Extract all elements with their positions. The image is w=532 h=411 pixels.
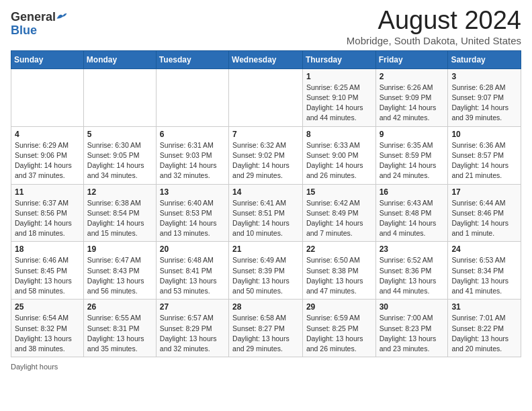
day-number: 15 bbox=[306, 187, 372, 197]
day-number: 28 bbox=[232, 302, 299, 312]
day-number: 21 bbox=[232, 244, 299, 254]
day-info: Sunrise: 6:32 AM Sunset: 9:02 PM Dayligh… bbox=[232, 140, 299, 181]
day-info: Sunrise: 6:49 AM Sunset: 8:39 PM Dayligh… bbox=[232, 255, 299, 296]
day-info: Sunrise: 6:46 AM Sunset: 8:45 PM Dayligh… bbox=[15, 255, 80, 296]
calendar-day-header: Monday bbox=[83, 50, 156, 68]
calendar-week-row: 11Sunrise: 6:37 AM Sunset: 8:56 PM Dayli… bbox=[11, 184, 521, 242]
calendar-cell: 20Sunrise: 6:48 AM Sunset: 8:41 PM Dayli… bbox=[156, 242, 228, 300]
logo-general-text: General bbox=[11, 11, 56, 24]
day-number: 13 bbox=[160, 187, 225, 197]
day-info: Sunrise: 6:30 AM Sunset: 9:05 PM Dayligh… bbox=[87, 140, 152, 181]
calendar-cell: 21Sunrise: 6:49 AM Sunset: 8:39 PM Dayli… bbox=[229, 242, 303, 300]
day-info: Sunrise: 6:54 AM Sunset: 8:32 PM Dayligh… bbox=[15, 313, 80, 354]
day-number: 25 bbox=[15, 302, 80, 312]
day-info: Sunrise: 6:38 AM Sunset: 8:54 PM Dayligh… bbox=[87, 198, 152, 239]
day-info: Sunrise: 6:47 AM Sunset: 8:43 PM Dayligh… bbox=[87, 255, 152, 296]
day-info: Sunrise: 6:41 AM Sunset: 8:51 PM Dayligh… bbox=[232, 198, 299, 239]
day-number: 9 bbox=[380, 130, 445, 139]
day-info: Sunrise: 6:25 AM Sunset: 9:10 PM Dayligh… bbox=[306, 83, 372, 124]
day-number: 18 bbox=[15, 244, 80, 254]
day-info: Sunrise: 6:31 AM Sunset: 9:03 PM Dayligh… bbox=[160, 140, 225, 181]
day-info: Sunrise: 6:44 AM Sunset: 8:46 PM Dayligh… bbox=[451, 198, 517, 239]
calendar-week-row: 18Sunrise: 6:46 AM Sunset: 8:45 PM Dayli… bbox=[11, 242, 521, 300]
calendar-day-header: Thursday bbox=[302, 50, 375, 68]
logo-bird-icon bbox=[56, 11, 68, 21]
day-number: 16 bbox=[380, 187, 445, 197]
day-number: 4 bbox=[15, 130, 80, 139]
day-info: Sunrise: 6:53 AM Sunset: 8:34 PM Dayligh… bbox=[451, 255, 517, 296]
day-number: 2 bbox=[380, 72, 445, 81]
day-number: 17 bbox=[451, 187, 517, 197]
day-number: 12 bbox=[87, 187, 152, 197]
day-number: 20 bbox=[160, 244, 225, 254]
day-info: Sunrise: 6:43 AM Sunset: 8:48 PM Dayligh… bbox=[380, 198, 445, 239]
day-info: Sunrise: 7:00 AM Sunset: 8:23 PM Dayligh… bbox=[380, 313, 445, 354]
calendar-cell: 10Sunrise: 6:36 AM Sunset: 8:57 PM Dayli… bbox=[448, 126, 521, 184]
calendar-cell bbox=[229, 68, 303, 126]
calendar-cell: 24Sunrise: 6:53 AM Sunset: 8:34 PM Dayli… bbox=[448, 242, 521, 300]
title-area: August 2024 Mobridge, South Dakota, Unit… bbox=[347, 7, 521, 46]
day-number: 1 bbox=[306, 72, 372, 81]
calendar-cell: 15Sunrise: 6:42 AM Sunset: 8:49 PM Dayli… bbox=[302, 184, 375, 242]
day-number: 19 bbox=[87, 244, 152, 254]
calendar-cell: 22Sunrise: 6:50 AM Sunset: 8:38 PM Dayli… bbox=[302, 242, 375, 300]
day-number: 6 bbox=[160, 130, 225, 139]
calendar-cell: 6Sunrise: 6:31 AM Sunset: 9:03 PM Daylig… bbox=[156, 126, 228, 184]
calendar-body: 1Sunrise: 6:25 AM Sunset: 9:10 PM Daylig… bbox=[11, 68, 521, 357]
calendar-cell: 13Sunrise: 6:40 AM Sunset: 8:53 PM Dayli… bbox=[156, 184, 228, 242]
day-number: 7 bbox=[232, 130, 299, 139]
calendar-cell: 25Sunrise: 6:54 AM Sunset: 8:32 PM Dayli… bbox=[11, 300, 84, 357]
day-info: Sunrise: 6:59 AM Sunset: 8:25 PM Dayligh… bbox=[306, 313, 372, 354]
calendar-cell: 23Sunrise: 6:52 AM Sunset: 8:36 PM Dayli… bbox=[375, 242, 448, 300]
calendar-week-row: 25Sunrise: 6:54 AM Sunset: 8:32 PM Dayli… bbox=[11, 300, 521, 357]
main-title: August 2024 bbox=[347, 7, 521, 35]
calendar-day-header: Friday bbox=[375, 50, 448, 68]
calendar-cell: 9Sunrise: 6:35 AM Sunset: 8:59 PM Daylig… bbox=[375, 126, 448, 184]
calendar-cell bbox=[156, 68, 228, 126]
day-number: 5 bbox=[87, 130, 152, 139]
day-info: Sunrise: 6:36 AM Sunset: 8:57 PM Dayligh… bbox=[451, 140, 517, 181]
day-number: 11 bbox=[15, 187, 80, 197]
day-info: Sunrise: 6:52 AM Sunset: 8:36 PM Dayligh… bbox=[380, 255, 445, 296]
day-number: 3 bbox=[451, 72, 517, 81]
calendar-day-header: Tuesday bbox=[156, 50, 228, 68]
logo: General Blue bbox=[11, 11, 68, 38]
calendar-cell bbox=[83, 68, 156, 126]
footer: Daylight hours bbox=[11, 363, 521, 371]
calendar-cell: 8Sunrise: 6:33 AM Sunset: 9:00 PM Daylig… bbox=[302, 126, 375, 184]
calendar-week-row: 1Sunrise: 6:25 AM Sunset: 9:10 PM Daylig… bbox=[11, 68, 521, 126]
calendar-cell: 19Sunrise: 6:47 AM Sunset: 8:43 PM Dayli… bbox=[83, 242, 156, 300]
day-number: 8 bbox=[306, 130, 372, 139]
header: General Blue August 2024 Mobridge, South… bbox=[11, 7, 521, 46]
calendar-cell: 28Sunrise: 6:58 AM Sunset: 8:27 PM Dayli… bbox=[229, 300, 303, 357]
day-info: Sunrise: 6:42 AM Sunset: 8:49 PM Dayligh… bbox=[306, 198, 372, 239]
calendar-cell: 7Sunrise: 6:32 AM Sunset: 9:02 PM Daylig… bbox=[229, 126, 303, 184]
calendar-cell: 29Sunrise: 6:59 AM Sunset: 8:25 PM Dayli… bbox=[302, 300, 375, 357]
calendar-cell: 3Sunrise: 6:28 AM Sunset: 9:07 PM Daylig… bbox=[448, 68, 521, 126]
day-info: Sunrise: 6:48 AM Sunset: 8:41 PM Dayligh… bbox=[160, 255, 225, 296]
day-info: Sunrise: 6:35 AM Sunset: 8:59 PM Dayligh… bbox=[380, 140, 445, 181]
calendar-cell bbox=[11, 68, 84, 126]
calendar-day-header: Wednesday bbox=[229, 50, 303, 68]
day-info: Sunrise: 6:37 AM Sunset: 8:56 PM Dayligh… bbox=[15, 198, 80, 239]
day-number: 27 bbox=[160, 302, 225, 312]
day-number: 22 bbox=[306, 244, 372, 254]
calendar-cell: 4Sunrise: 6:29 AM Sunset: 9:06 PM Daylig… bbox=[11, 126, 84, 184]
calendar-cell: 17Sunrise: 6:44 AM Sunset: 8:46 PM Dayli… bbox=[448, 184, 521, 242]
calendar-cell: 1Sunrise: 6:25 AM Sunset: 9:10 PM Daylig… bbox=[302, 68, 375, 126]
calendar-cell: 31Sunrise: 7:01 AM Sunset: 8:22 PM Dayli… bbox=[448, 300, 521, 357]
day-info: Sunrise: 6:26 AM Sunset: 9:09 PM Dayligh… bbox=[380, 83, 445, 124]
calendar-cell: 18Sunrise: 6:46 AM Sunset: 8:45 PM Dayli… bbox=[11, 242, 84, 300]
day-info: Sunrise: 6:58 AM Sunset: 8:27 PM Dayligh… bbox=[232, 313, 299, 354]
day-info: Sunrise: 6:33 AM Sunset: 9:00 PM Dayligh… bbox=[306, 140, 372, 181]
day-number: 26 bbox=[87, 302, 152, 312]
calendar-day-header: Saturday bbox=[448, 50, 521, 68]
logo-blue-text: Blue bbox=[11, 24, 37, 38]
day-number: 31 bbox=[451, 302, 517, 312]
daylight-hours-label: Daylight hours bbox=[11, 363, 58, 371]
calendar-cell: 12Sunrise: 6:38 AM Sunset: 8:54 PM Dayli… bbox=[83, 184, 156, 242]
calendar-header-row: SundayMondayTuesdayWednesdayThursdayFrid… bbox=[11, 50, 521, 68]
day-info: Sunrise: 6:40 AM Sunset: 8:53 PM Dayligh… bbox=[160, 198, 225, 239]
calendar-cell: 26Sunrise: 6:55 AM Sunset: 8:31 PM Dayli… bbox=[83, 300, 156, 357]
day-number: 24 bbox=[451, 244, 517, 254]
